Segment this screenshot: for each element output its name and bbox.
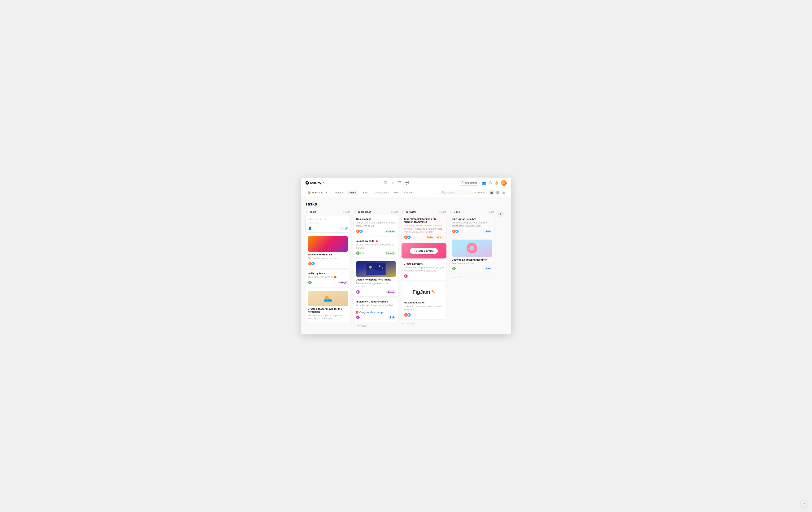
table-icon[interactable]: ⊞: [378, 181, 380, 185]
card-type-at[interactable]: Type '@' to link to files or to mention …: [402, 215, 446, 241]
subnav-item-pages[interactable]: Pages: [358, 190, 370, 195]
subnav-embed-label: Embed: [404, 191, 412, 194]
bell-icon[interactable]: 🔔: [495, 181, 499, 185]
search-placeholder: Search: [446, 191, 454, 194]
inreview-status-icon: [402, 211, 404, 213]
analytics-link[interactable]: Google Analytics snippet: [356, 311, 396, 314]
launch-title: Launch website 🎉: [356, 239, 396, 243]
design-badge: Design: [338, 281, 348, 284]
help-button[interactable]: ?: [801, 501, 807, 507]
card-invite-team[interactable]: Invite my team They expect an invitation…: [306, 269, 350, 287]
new-task-done[interactable]: + new task: [450, 275, 494, 280]
column-inprogress: In progress 4 tasks This is a task Add t…: [353, 210, 399, 328]
avatar-2: B: [311, 261, 315, 266]
client-feedback-avatars: D: [356, 315, 359, 319]
card-design-homepage[interactable]: Design homepage hero image The new hero …: [353, 259, 399, 296]
card-create-project-visual[interactable]: + Create a project: [402, 243, 446, 258]
create-project-avatars: E: [404, 274, 407, 278]
type-at-avatars: A B: [404, 235, 410, 239]
add-column-icon: +: [499, 212, 501, 216]
filters-button[interactable]: ⚡ Filters: [471, 190, 487, 195]
add-column-button[interactable]: +: [497, 211, 504, 217]
example-badge: example: [384, 230, 396, 233]
new-task-label-inprogress: new task: [357, 324, 367, 327]
col-count-done: 2 tasks: [487, 211, 494, 213]
figjam-logo-text: FigJam: [412, 289, 430, 295]
search-box[interactable]: 🔍 Search: [439, 190, 470, 195]
create-project-btn[interactable]: + Create a project: [410, 248, 438, 254]
tech-badge-3: Tech: [484, 267, 492, 271]
page-title: Tasks: [306, 202, 507, 207]
card-signup[interactable]: Sign up for Hello Ivy Create a workspace…: [450, 215, 494, 236]
new-task-inprogress[interactable]: + new task: [353, 323, 399, 328]
card-teaser-movie[interactable]: 🏊 Create a teaser movie for the homepage…: [306, 288, 350, 323]
logo[interactable]: hello ivy ▾: [306, 181, 324, 184]
avatar-e2: B: [407, 235, 411, 239]
chat-icon[interactable]: 💬: [405, 181, 409, 185]
new-task-inreview[interactable]: + new task: [402, 321, 446, 326]
launch-footer: C 7 feb Launch!: [356, 251, 396, 255]
signup-footer: A B Tech: [452, 229, 492, 233]
calendar-icon[interactable]: 📅: [398, 181, 402, 185]
grid-view-button[interactable]: ⊞: [489, 190, 494, 195]
card-welcome[interactable]: Welcome to Hello Ivy Click on this task …: [306, 234, 350, 268]
top-nav: hello ivy ▾ ⊞ ☰ ◎ 📅 💬 Onboarding 👥 🔍 🔔 J…: [301, 177, 511, 188]
card-figjam[interactable]: FigJam ✏️ Figjam Integration It's time t…: [402, 282, 446, 319]
teaser-movie-subtitle: We need a short (1min.) explainer video …: [308, 314, 348, 320]
type-at-title: Type '@' to link to files or to mention …: [404, 218, 444, 223]
card-this-is-task[interactable]: This is a task Add tasks and drag&drop t…: [353, 215, 399, 236]
type-at-subtitle: Use the '@' symbol anywhere to link to a…: [404, 224, 444, 234]
user-avatar[interactable]: JM: [501, 180, 507, 186]
card-client-feedback[interactable]: Implement Client Feedback WizardWorks ha…: [353, 298, 399, 322]
stack-icon[interactable]: ☰: [384, 181, 387, 185]
invite-team-subtitle: They expect an invitation 🎃: [308, 276, 348, 279]
avatar-f1: E: [404, 274, 408, 278]
column-header-inreview: In review 3 tasks: [402, 210, 446, 213]
add-task-card[interactable]: What's the task? Add subtitle 👤 📊 🔗: [306, 215, 350, 232]
design-homepage-footer: D Design: [356, 290, 396, 294]
type-at-footer: A B Today Copy: [404, 235, 444, 239]
subnav-item-embed[interactable]: Embed: [402, 190, 414, 195]
board: To do 3 tasks What's the task? Add subti…: [306, 210, 507, 328]
subnav-item-tasks[interactable]: Tasks: [347, 190, 358, 195]
design-homepage-title: Design homepage hero image: [356, 278, 396, 281]
col-title-todo: To do: [310, 210, 341, 213]
svg-point-2: [379, 265, 380, 267]
avatar-3: C: [308, 280, 312, 285]
create-project-title: Create a project: [404, 262, 444, 265]
edit-icon: ✏️: [432, 290, 435, 294]
figjam-avatars: A B: [404, 313, 410, 317]
circle-icon[interactable]: ◎: [391, 181, 394, 185]
workspace-selector[interactable]: 🎨 Website re... ▾: [306, 190, 329, 195]
col-count-inreview: 3 tasks: [439, 211, 446, 213]
card-amazing-designer[interactable]: Become an amazing designer Been there, d…: [450, 237, 494, 273]
people-icon[interactable]: 👥: [482, 181, 486, 185]
done-status-icon: [450, 211, 452, 213]
subnav-item-files[interactable]: Files: [392, 190, 401, 195]
subnav-item-conversations[interactable]: Conversations: [371, 190, 391, 195]
onboarding-button[interactable]: Onboarding: [459, 180, 480, 186]
col-title-done: Done: [454, 210, 485, 213]
launch-date: 7 feb: [360, 252, 365, 254]
avatar-h2: B: [455, 229, 459, 233]
type-at-badges: Today Copy: [426, 235, 444, 239]
design-homepage-badge: Design: [386, 290, 396, 294]
card-launch-website[interactable]: Launch website 🎉 We're aiming to launch …: [353, 237, 399, 258]
subnav-item-overview[interactable]: Overview: [331, 190, 346, 195]
copy-badge[interactable]: Copy: [436, 235, 444, 239]
table-view-button[interactable]: ▦: [501, 190, 507, 195]
column-header-todo: To do 3 tasks: [306, 210, 350, 213]
launch-badge: Launch!: [385, 251, 396, 255]
inprogress-status-icon: [354, 211, 356, 213]
search-icon[interactable]: 🔍: [488, 181, 492, 185]
card-create-project-text[interactable]: Create a project Create a new project fo…: [402, 260, 446, 281]
attach-icon: 🔗: [345, 227, 348, 230]
create-project-footer: E: [404, 274, 444, 278]
nav-icons-group: ⊞ ☰ ◎ 📅 💬: [328, 181, 459, 185]
new-task-label-done: new task: [453, 276, 463, 279]
onboarding-progress-icon: [461, 181, 464, 184]
todo-status-icon: [306, 211, 308, 213]
welcome-card-footer: A B: [308, 261, 348, 266]
list-view-button[interactable]: ☰: [495, 190, 500, 195]
create-project-label: Create a project: [416, 250, 434, 252]
